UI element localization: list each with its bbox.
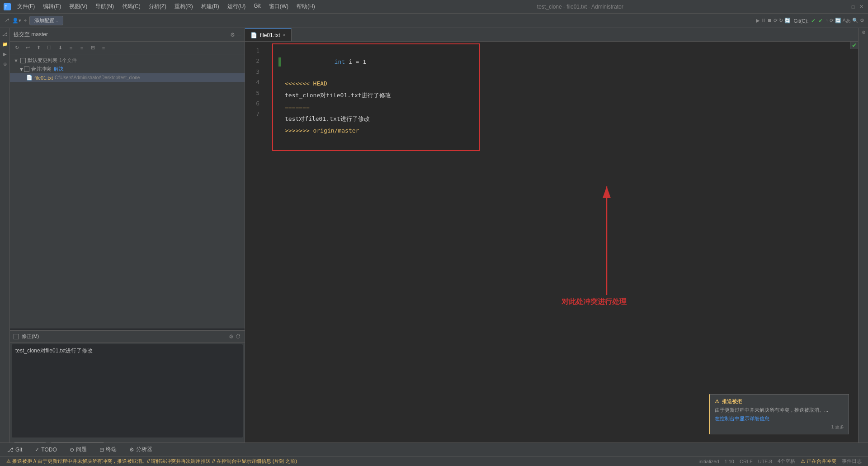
keyword-int: int [335, 58, 345, 65]
chevron-down-icon: ▼ [14, 58, 19, 63]
checkbox-btn[interactable]: ☐ [44, 43, 54, 53]
git-check2: ✔ [818, 18, 823, 24]
line-numbers: 1 2 3 4 5 6 7 [245, 42, 263, 457]
commit-header-title: 提交至 master [14, 31, 230, 38]
problems-tab-label: 问题 [76, 446, 87, 453]
menu-navigate[interactable]: 导航(N) [92, 2, 118, 11]
cursor-icon: ⌖ [24, 18, 27, 24]
close-button[interactable]: ✕ [858, 4, 864, 10]
resolve-link[interactable]: 解决 [54, 66, 64, 72]
line-num-5: 5 [245, 88, 259, 98]
commit-clock-icon[interactable]: ⏱ [236, 333, 241, 340]
status-warning-icon: ⚠ [801, 458, 805, 464]
checkbox-default [20, 58, 26, 63]
status-conflict-label: 正在合并冲突 [807, 458, 836, 465]
menu-btn1[interactable]: ≡ [66, 43, 76, 53]
menu-git[interactable]: Git [250, 2, 264, 11]
menu-build[interactable]: 构建(B) [198, 2, 223, 11]
line-num-1: 1 [245, 45, 259, 56]
commit-message[interactable]: test_clone对file01.txt进行了修改 [12, 344, 243, 437]
menu-analyze[interactable]: 分析(Z) [145, 2, 170, 11]
menu-help[interactable]: 帮助(H) [293, 2, 319, 11]
line-num-6: 6 [245, 98, 259, 109]
push-rejected-notification: ⚠ 推送被拒 由于更新过程中并未解决所有冲突，推送被取消。... 在控制台中显示… [709, 394, 849, 434]
bottom-toolbar: ⎇ Git ✓ TODO ⊙ 问题 ⊟ 终端 ⚙ 分析器 [0, 442, 868, 456]
code-text-5: test对file01.txt进行了修改 [285, 114, 370, 124]
status-left: ⚠ 推送被拒 // 由于更新过程中并未解决所有冲突，推送被取消。// 请解决冲突… [4, 458, 300, 465]
rollback-btn[interactable]: ↩ [23, 43, 33, 53]
activity-plugins[interactable]: ⊕ [1, 60, 9, 68]
code-line-5: test对file01.txt进行了修改 [273, 113, 479, 125]
editor-tab-file01[interactable]: 📄 file01.txt × [245, 29, 292, 41]
activity-files[interactable]: 📁 [1, 40, 9, 48]
tab-terminal[interactable]: ⊟ 终端 [96, 445, 120, 454]
merge-conflict-header[interactable]: ▼ 合并冲突 解决 [10, 65, 245, 73]
commit-header-icons: ⚙ ─ [230, 32, 241, 38]
activity-vcs[interactable]: ⎇ [1, 30, 9, 38]
tab-file-icon: 📄 [250, 32, 257, 38]
notification-header: ⚠ 推送被拒 [715, 398, 844, 405]
code-line-7 [273, 137, 479, 148]
default-changelist-header[interactable]: ▼ 默认变更列表 1个文件 [10, 56, 245, 65]
code-line-2: <<<<<<< HEAD [273, 78, 479, 90]
git-extra-icons: ↑ ⟳ 🔄 Aあ 🔍 ⚙ [826, 17, 864, 24]
activity-run[interactable]: ▶ [1, 50, 9, 58]
menu-view[interactable]: 视图(V) [66, 2, 91, 11]
grid-btn[interactable]: ⊞ [88, 43, 98, 53]
maximize-button[interactable]: □ [850, 4, 856, 10]
refresh-btn[interactable]: ↻ [12, 43, 22, 53]
commit-area-icons: ⚙ ⏱ [229, 333, 241, 340]
line-indicator-5 [278, 114, 281, 124]
download-btn[interactable]: ⬇ [55, 43, 65, 53]
conflict-file-item[interactable]: 📄 file01.txt C:\Users\Administrator\Desk… [10, 73, 245, 82]
window-title: test_clone - file01.txt - Administrator [319, 4, 842, 10]
amend-label: 修正(M) [22, 333, 39, 340]
line-indicator-4 [278, 103, 281, 112]
status-position: 1:10 [722, 459, 737, 464]
code-text-2: <<<<<<< HEAD [285, 78, 327, 89]
settings-icon[interactable]: ⚙ [230, 32, 235, 38]
profiler-tab-label: 分析器 [136, 446, 152, 453]
profile-icon: 👤▾ [12, 18, 21, 24]
minimize-button[interactable]: ─ [842, 4, 848, 10]
editor-area: 📄 file01.txt × 1 2 3 4 5 6 7 [245, 28, 858, 457]
menu-btn2[interactable]: ≡ [77, 43, 87, 53]
notification-more[interactable]: 1 更多 [715, 424, 844, 430]
line-indicator-6 [278, 126, 281, 135]
code-text-3: test_clone对file01.txt进行了修改 [285, 90, 391, 100]
tab-problems[interactable]: ⊙ 问题 [66, 445, 90, 454]
chevron-down-icon2: ▼ [19, 67, 24, 72]
git-label: Git(G): [793, 18, 808, 24]
tab-todo[interactable]: ✓ TODO [31, 446, 60, 454]
menu-file[interactable]: 文件(F) [14, 2, 38, 11]
svg-text:P: P [5, 5, 8, 10]
amend-checkbox[interactable] [14, 334, 19, 339]
git-tab-icon: ⎇ [7, 447, 14, 453]
notification-title: 推送被拒 [722, 398, 742, 405]
notification-link[interactable]: 在控制台中显示详细信息 [715, 415, 844, 422]
status-charset: UTF-8 [755, 459, 775, 464]
commit-settings-icon[interactable]: ⚙ [229, 333, 234, 340]
code-text-7 [285, 137, 288, 147]
secondary-toolbar: ⎇ 👤▾ ⌖ 添加配置... ▶ ⏸ ⏹ ⟳ ↻ 🔄 Git(G): ✔ ✔ ↑… [0, 14, 868, 28]
activity-bar: ⎇ 📁 ▶ ⊕ [0, 28, 10, 457]
tab-close-button[interactable]: × [283, 33, 286, 38]
tab-git[interactable]: ⎇ Git [4, 446, 26, 454]
status-event-log[interactable]: 事件日志 [839, 458, 864, 465]
menu-edit[interactable]: 编辑(E) [39, 2, 65, 11]
menu-refactor[interactable]: 重构(R) [171, 2, 197, 11]
editor-check-mark: ✔ [850, 42, 858, 49]
upload-btn[interactable]: ⬆ [33, 43, 43, 53]
commit-area-header: 修正(M) ⚙ ⏱ [10, 331, 245, 342]
menu-window[interactable]: 窗口(W) [265, 2, 292, 11]
add-config-button[interactable]: 添加配置... [29, 16, 63, 25]
line-num-2: 2 [245, 56, 259, 66]
tab-profiler[interactable]: ⚙ 分析器 [126, 445, 156, 454]
status-bar: ⚠ 推送被拒 // 由于更新过程中并未解决所有冲突，推送被取消。// 请解决冲突… [0, 456, 868, 466]
problems-tab-icon: ⊙ [70, 447, 74, 453]
sort-btn[interactable]: ≡ [99, 43, 108, 53]
minus-icon[interactable]: ─ [237, 32, 241, 38]
menu-run[interactable]: 运行(U) [224, 2, 250, 11]
code-line-1: int i = 1 [273, 46, 479, 78]
menu-code[interactable]: 代码(C) [118, 2, 144, 11]
